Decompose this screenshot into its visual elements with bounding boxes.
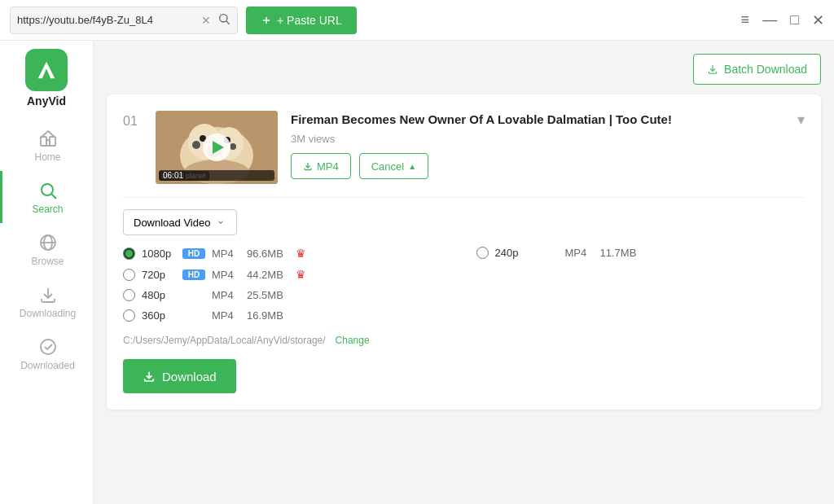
quality-label-360p: 360p: [142, 309, 176, 322]
quality-col-right: 240p MP4 11.7MB: [476, 247, 805, 322]
svg-line-8: [51, 195, 56, 199]
sidebar-downloading-label: Downloading: [20, 308, 76, 319]
download-type-dropdown[interactable]: Download Video: [123, 209, 237, 235]
url-search-button[interactable]: [217, 12, 230, 28]
sidebar-item-downloaded[interactable]: Downloaded: [0, 327, 93, 379]
batch-download-label: Batch Download: [724, 63, 807, 76]
crown-icon-720p: ♛: [296, 268, 306, 281]
filepath-text: C:/Users/Jemy/AppData/Local/AnyVid/stora…: [123, 335, 326, 346]
quality-format-480p: MP4: [212, 289, 240, 301]
svg-point-7: [42, 184, 53, 195]
quality-size-720p: 44.2MB: [247, 269, 289, 281]
close-icon[interactable]: ✕: [812, 11, 824, 29]
svg-rect-6: [50, 137, 55, 146]
quality-label-1080p: 1080p: [142, 248, 176, 260]
hd-badge-720p: HD: [182, 270, 205, 280]
quality-row-480p: 480p MP4 25.5MB: [123, 289, 452, 301]
video-title: Fireman Becomes New Owner Of A Lovable D…: [291, 111, 805, 128]
quality-format-240p: MP4: [565, 247, 594, 259]
quality-radio-360p[interactable]: [123, 309, 135, 322]
svg-rect-4: [41, 137, 46, 146]
video-actions: MP4 Cancel ▲: [291, 153, 805, 179]
quality-col-left: 1080p HD MP4 96.6MB ♛ 720p HD MP4 44.2MB: [123, 247, 452, 322]
quality-radio-240p[interactable]: [476, 247, 489, 259]
menu-icon[interactable]: ≡: [741, 11, 750, 28]
quality-size-240p: 11.7MB: [600, 247, 643, 259]
url-clear-button[interactable]: ✕: [200, 14, 213, 27]
video-index: 01: [123, 111, 143, 129]
sidebar-item-search[interactable]: Search: [0, 171, 93, 223]
quality-row-360p: 360p MP4 16.9MB: [123, 309, 452, 322]
download-options: Download Video 1080p HD MP: [123, 197, 805, 393]
minimize-icon[interactable]: —: [762, 11, 777, 28]
title-bar-controls: ≡ — □ ✕: [741, 11, 824, 29]
sidebar-browse-label: Browse: [31, 256, 64, 267]
crown-icon-1080p: ♛: [296, 247, 306, 260]
quality-format-1080p: MP4: [212, 248, 240, 260]
cancel-label: Cancel: [371, 160, 404, 173]
video-card: 01: [107, 94, 821, 410]
dropdown-row: Download Video: [123, 209, 805, 235]
quality-radio-480p[interactable]: [123, 289, 135, 301]
video-thumbnail: animal planet 06:01: [156, 111, 278, 184]
quality-size-1080p: 96.6MB: [247, 248, 289, 260]
download-type-label: Download Video: [134, 217, 210, 229]
paste-url-label: + Paste URL: [277, 14, 342, 27]
sidebar-item-browse[interactable]: Browse: [0, 223, 93, 275]
sidebar-home-label: Home: [34, 151, 60, 163]
cancel-button[interactable]: Cancel ▲: [359, 153, 428, 179]
quality-row-1080p: 1080p HD MP4 96.6MB ♛: [123, 247, 452, 260]
quality-label-480p: 480p: [142, 289, 176, 301]
mp4-label: MP4: [317, 160, 339, 173]
app-logo: [25, 49, 68, 91]
title-bar-left: https://youtu.be/f4yB-Zu_8L4 ✕ + Paste U…: [10, 7, 741, 34]
video-info: Fireman Becomes New Owner Of A Lovable D…: [291, 111, 805, 179]
maximize-icon[interactable]: □: [790, 11, 799, 28]
quality-format-360p: MP4: [212, 309, 240, 322]
quality-row-240p: 240p MP4 11.7MB: [476, 247, 805, 259]
filepath-change-button[interactable]: Change: [336, 335, 370, 346]
collapse-button[interactable]: ▾: [797, 111, 805, 129]
quality-grid: 1080p HD MP4 96.6MB ♛ 720p HD MP4 44.2MB: [123, 247, 805, 322]
quality-radio-1080p[interactable]: [123, 248, 135, 260]
sidebar-downloaded-label: Downloaded: [20, 360, 75, 371]
svg-point-13: [41, 340, 55, 354]
quality-row-720p: 720p HD MP4 44.2MB ♛: [123, 268, 452, 281]
main-layout: AnyVid Home Search Browse: [0, 41, 834, 504]
quality-size-360p: 16.9MB: [247, 309, 289, 322]
mp4-button[interactable]: MP4: [291, 153, 351, 179]
sidebar-item-home[interactable]: Home: [0, 119, 93, 171]
paste-url-button[interactable]: + Paste URL: [246, 7, 357, 34]
content-area: Batch Download 01: [94, 41, 834, 504]
download-button[interactable]: Download: [123, 359, 236, 393]
chevron-up-icon: ▲: [408, 162, 416, 171]
app-name: AnyVid: [27, 94, 66, 107]
url-bar: https://youtu.be/f4yB-Zu_8L4 ✕: [10, 7, 238, 34]
video-header: 01: [123, 111, 805, 184]
svg-line-1: [226, 21, 230, 24]
quality-size-480p: 25.5MB: [247, 289, 289, 301]
filepath-row: C:/Users/Jemy/AppData/Local/AnyVid/stora…: [123, 335, 805, 346]
quality-radio-720p[interactable]: [123, 269, 135, 281]
quality-format-720p: MP4: [212, 269, 240, 281]
quality-label-240p: 240p: [495, 247, 529, 259]
sidebar-search-label: Search: [32, 204, 63, 215]
video-views: 3M views: [291, 133, 805, 145]
url-text: https://youtu.be/f4yB-Zu_8L4: [17, 14, 195, 26]
batch-download-button[interactable]: Batch Download: [693, 54, 821, 85]
sidebar-item-downloading[interactable]: Downloading: [0, 275, 93, 327]
video-duration: 06:01: [159, 170, 274, 181]
download-button-label: Download: [162, 370, 217, 383]
quality-label-720p: 720p: [142, 269, 176, 281]
sidebar: AnyVid Home Search Browse: [0, 41, 94, 504]
title-bar: https://youtu.be/f4yB-Zu_8L4 ✕ + Paste U…: [0, 0, 834, 41]
hd-badge-1080p: HD: [182, 248, 205, 259]
svg-point-0: [220, 15, 227, 22]
play-button[interactable]: [203, 134, 230, 161]
